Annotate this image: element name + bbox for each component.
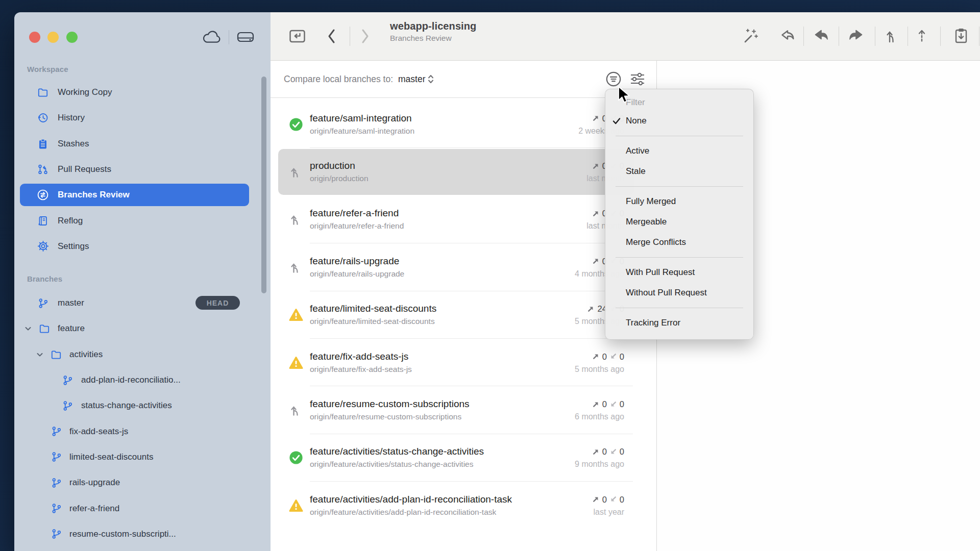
local-repositories-icon[interactable] [235, 30, 256, 45]
force-push-dashed-arrow-icon[interactable] [914, 27, 930, 45]
sidebar-item-reflog[interactable]: Reflog [14, 208, 271, 233]
branch-row[interactable]: feature/saml-integrationorigin/feature/s… [271, 101, 656, 148]
branch-row[interactable]: feature/fix-add-seats-jsorigin/feature/f… [271, 339, 656, 386]
ahead-arrow-icon [592, 495, 600, 503]
compare-branch-selector[interactable]: master [398, 73, 434, 85]
filter-option-merge-conflicts[interactable]: Merge Conflicts [605, 232, 753, 253]
ahead-arrow-icon [592, 210, 600, 217]
compare-bar: Compare local branches to: master [271, 61, 656, 98]
pull-arrow-icon[interactable] [812, 27, 831, 45]
toolbar: webapp-licensing Branches Review [271, 12, 980, 61]
gear-icon [37, 240, 49, 253]
branch-row[interactable]: feature/activities/add-plan-id-reconcili… [271, 482, 656, 529]
git-branch-icon [50, 425, 62, 438]
warning-triangle-icon [289, 356, 303, 370]
tracking-branch-icon [289, 165, 303, 179]
checkmark-icon [612, 116, 621, 126]
pull-request-icon [37, 163, 49, 176]
folder-icon [37, 86, 49, 98]
toolbar-divider [803, 27, 804, 46]
filter-option-none[interactable]: None [605, 111, 753, 131]
sidebar-item-settings[interactable]: Settings [14, 234, 271, 259]
toolbar-divider [979, 27, 979, 46]
reflog-journal-icon [37, 215, 49, 227]
branch-row[interactable]: feature/limited-seat-discountsorigin/fea… [271, 291, 656, 339]
filter-option-tracking-error[interactable]: Tracking Error [605, 313, 753, 333]
tracking-branch-icon [289, 403, 303, 417]
filter-option-without-pull-request[interactable]: Without Pull Request [605, 283, 753, 303]
folder-icon [38, 322, 51, 335]
ahead-arrow-icon [587, 305, 595, 313]
branch-row[interactable]: feature/refer-a-friendorigin/feature/ref… [271, 196, 656, 243]
minimize-window-button[interactable] [47, 32, 59, 43]
cloud-services-icon[interactable] [201, 30, 223, 45]
last-activity-date: 9 months ago [575, 459, 624, 470]
merge-branch-icon[interactable] [883, 27, 899, 45]
behind-arrow-icon [609, 495, 617, 503]
ahead-arrow-icon [592, 448, 600, 456]
ahead-behind-counts: 0 0 [575, 350, 624, 363]
sidebar-branch-status-change[interactable]: status-change-activities [14, 393, 271, 418]
ahead-arrow-icon [592, 162, 600, 170]
tracking-branch-icon [289, 212, 303, 227]
branch-row[interactable]: feature/rails-upgradeorigin/feature/rail… [271, 243, 656, 291]
git-branch-icon [50, 503, 62, 515]
filter-option-active[interactable]: Active [605, 141, 753, 161]
git-branch-icon [50, 528, 62, 540]
mouse-cursor [617, 86, 632, 104]
behind-arrow-icon [609, 448, 617, 456]
stash-clipboard-down-icon[interactable] [951, 27, 971, 46]
sidebar-item-stashes[interactable]: Stashes [14, 131, 271, 157]
last-activity-date: last year [592, 507, 624, 518]
merged-check-icon [289, 450, 303, 465]
menu-divider [616, 186, 743, 187]
branch-row[interactable]: feature/resume-custom-subscriptionsorigi… [271, 386, 656, 434]
ahead-behind-counts: 0 0 [575, 398, 624, 410]
sidebar-scrollbar-thumb[interactable] [261, 77, 266, 293]
sidebar-item-branches-review[interactable]: Branches Review [14, 182, 271, 208]
filter-option-with-pull-request[interactable]: With Pull Request [605, 262, 753, 283]
toolbar-divider [940, 27, 941, 46]
toolbar-divider [839, 27, 839, 46]
sidebar-folder-feature[interactable]: feature [14, 316, 271, 341]
sidebar-item-pull-requests[interactable]: Pull Requests [14, 157, 271, 182]
zoom-window-button[interactable] [66, 32, 78, 43]
chevron-down-icon[interactable] [36, 350, 44, 359]
sidebar-branch-limited-seat[interactable]: limited-seat-discounts [14, 444, 271, 470]
sidebar-item-history[interactable]: History [14, 105, 271, 131]
filter-option-mergeable[interactable]: Mergeable [605, 212, 753, 232]
chevron-down-icon[interactable] [24, 324, 32, 333]
ahead-behind-counts: 0 0 [592, 493, 624, 506]
behind-arrow-icon [609, 400, 617, 408]
git-branch-icon [61, 374, 74, 386]
sidebar-branch-refer-a-friend[interactable]: refer-a-friend [14, 495, 271, 521]
sidebar-branch-master[interactable]: master HEAD [14, 290, 271, 316]
forward-button[interactable] [359, 28, 371, 45]
filter-dropdown-menu: Filter None Active Stale Fully Merged Me… [605, 89, 754, 340]
branch-row-selected[interactable]: productionorigin/production 0 0 last mon… [271, 148, 656, 195]
ahead-arrow-icon [592, 400, 600, 408]
sidebar-branch-add-plan-id[interactable]: add-plan-id-reconciliatio... [14, 367, 271, 393]
sidebar-branch-resume-custom[interactable]: resume-custom-subscripti... [14, 521, 271, 547]
back-button[interactable] [326, 28, 337, 45]
fetch-arrow-icon[interactable] [777, 27, 797, 45]
filter-option-fully-merged[interactable]: Fully Merged [605, 191, 753, 212]
quick-actions-wand-icon[interactable] [742, 27, 760, 45]
sidebar-folder-activities[interactable]: activities [14, 342, 271, 367]
sidebar-item-working-copy[interactable]: Working Copy [14, 80, 271, 105]
close-window-button[interactable] [29, 32, 40, 43]
ahead-arrow-icon [592, 257, 600, 265]
selection-highlight [20, 184, 249, 206]
git-branch-icon [37, 297, 49, 309]
sidebar-branch-fix-add-seats[interactable]: fix-add-seats-js [14, 418, 271, 444]
filter-option-stale[interactable]: Stale [605, 161, 753, 182]
push-arrow-icon[interactable] [846, 27, 866, 45]
git-branch-icon [61, 399, 74, 412]
open-repository-icon[interactable] [288, 27, 307, 45]
stepper-icon [427, 73, 434, 85]
toolbar-divider [875, 27, 875, 46]
stash-clipboard-icon [37, 138, 49, 150]
sidebar-branch-rails-upgrade[interactable]: rails-upgrade [14, 470, 271, 495]
ahead-arrow-icon [592, 353, 600, 360]
branch-row[interactable]: feature/activities/status-change-activit… [271, 434, 656, 482]
